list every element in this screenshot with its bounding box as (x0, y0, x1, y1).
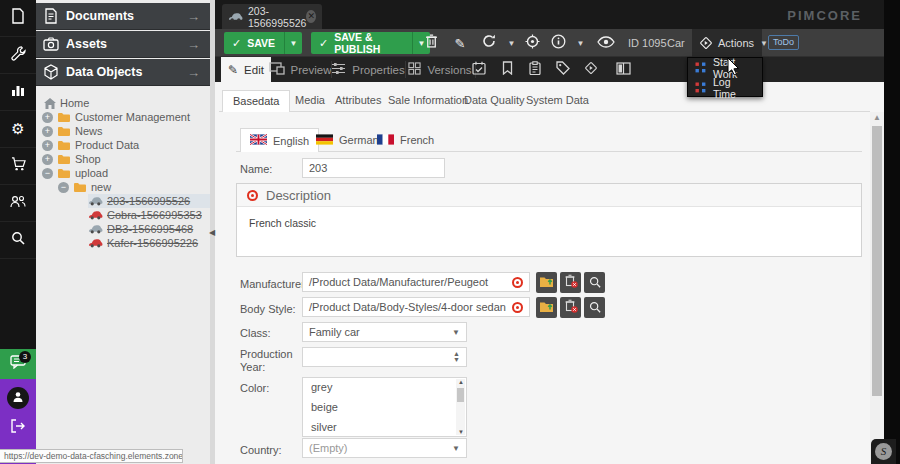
description-header[interactable]: Description (237, 184, 861, 207)
rail-documents-button[interactable] (0, 0, 36, 37)
tree-node-label: upload (75, 167, 108, 179)
object-type-label: Car (667, 37, 685, 49)
body-style-search-button[interactable] (584, 297, 605, 318)
color-option-beige[interactable]: beige (303, 398, 466, 418)
tree-node-news[interactable]: + News (42, 124, 103, 138)
info-button[interactable] (547, 32, 569, 54)
reload-button[interactable] (478, 32, 500, 54)
scroll-up-icon[interactable]: ▲ (458, 379, 464, 385)
rail-ecommerce-button[interactable] (0, 148, 36, 185)
tab-edit[interactable]: ✎ Edit (221, 57, 271, 82)
scroll-up-icon[interactable]: ▲ (873, 113, 881, 122)
rail-statistics-button[interactable] (0, 74, 36, 111)
expand-plus-icon[interactable]: + (42, 154, 53, 165)
schedule-button[interactable] (466, 57, 492, 82)
tree-node-new[interactable]: − new (58, 180, 111, 194)
manufacturer-relation-field[interactable]: /Product Data/Manufacturer/Peugeot (302, 272, 530, 292)
open-preview-button[interactable] (593, 32, 619, 54)
info-icon (551, 34, 566, 53)
delete-button[interactable] (420, 32, 442, 54)
rail-users-button[interactable] (0, 185, 36, 222)
notes-events-button[interactable] (522, 57, 548, 82)
color-multiselect[interactable]: grey beige silver ▲ ▼ (302, 377, 467, 437)
pimcore-admin-window: ⚙ 3 co Documents → (0, 0, 900, 464)
locate-in-tree-button[interactable] (521, 32, 543, 54)
rail-tools-button[interactable] (0, 37, 36, 74)
manufacturer-remove-button[interactable] (560, 272, 581, 293)
info-dropdown-button[interactable]: ▼ (573, 32, 588, 54)
color-option-silver[interactable]: silver (303, 418, 466, 438)
expand-plus-icon[interactable]: + (42, 126, 53, 137)
collapse-minus-icon[interactable]: − (42, 168, 53, 179)
menu-item-log-time[interactable]: Log Time (688, 78, 762, 98)
tab-system-data[interactable]: System Data (516, 90, 599, 112)
tab-basedata[interactable]: Basedata (222, 90, 290, 112)
tree-node-shop[interactable]: + Shop (42, 152, 101, 166)
color-option-grey[interactable]: grey (303, 378, 466, 398)
body-style-remove-button[interactable] (560, 297, 581, 318)
collapse-minus-icon[interactable]: − (58, 182, 69, 193)
flag-gb-icon (250, 134, 267, 147)
save-button[interactable]: ✓ SAVE (224, 32, 284, 54)
body-style-open-button[interactable] (536, 297, 557, 318)
country-select[interactable]: (Empty) ▼ (302, 438, 467, 458)
logout-button[interactable] (10, 419, 26, 437)
tree-node-home[interactable]: Home (44, 96, 89, 110)
bookmark-button[interactable] (494, 57, 520, 82)
save-publish-button[interactable]: ✓ SAVE & PUBLISH (311, 32, 412, 54)
body-style-relation-field[interactable]: /Product Data/Body-Styles/4-door sedan (302, 297, 530, 317)
tab-versions[interactable]: Versions (407, 57, 473, 82)
tab-properties[interactable]: Properties (333, 57, 403, 82)
expand-plus-icon[interactable]: + (42, 112, 53, 123)
expand-plus-icon[interactable]: + (42, 140, 53, 151)
accordion-assets[interactable]: Assets → (36, 31, 210, 58)
tags-button[interactable] (550, 57, 576, 82)
tree-node-customer-management[interactable]: + Customer Management (42, 110, 190, 124)
actions-menu-button[interactable]: Actions ▼ (692, 29, 762, 57)
check-icon: ✓ (319, 37, 328, 50)
tree-node-upload[interactable]: − upload (42, 166, 108, 180)
tree-node-label: 203-1566995526 (107, 195, 190, 207)
tree-node-203-selected[interactable]: 203-1566995526 (88, 194, 210, 208)
tree-node-product-data[interactable]: + Product Data (42, 138, 139, 152)
manufacturer-search-button[interactable] (584, 272, 605, 293)
reload-dropdown-button[interactable]: ▼ (504, 32, 519, 54)
tab-language-french[interactable]: French (368, 128, 443, 152)
tab-preview[interactable]: Preview (271, 57, 329, 82)
actions-label: Actions (718, 37, 754, 49)
accordion-data-objects[interactable]: Data Objects → (36, 59, 210, 86)
description-editor[interactable]: French classic (237, 207, 861, 239)
open-object-tab[interactable]: 203-1566995526 ✕ (222, 4, 322, 29)
close-tab-icon[interactable]: ✕ (306, 10, 316, 23)
rail-search-button[interactable] (0, 222, 36, 259)
tab-label: Edit (244, 64, 264, 76)
name-input[interactable] (302, 158, 445, 178)
field-reference-target-icon (512, 277, 523, 288)
list-scrollbar-thumb[interactable] (457, 388, 464, 402)
scroll-down-icon[interactable]: ▼ (458, 429, 464, 435)
workflow-button[interactable] (578, 57, 604, 82)
tree-node-cobra[interactable]: Cobra-1566995353 (88, 208, 202, 222)
panel-collapse-handle[interactable]: ◀ (209, 224, 216, 242)
rail-chat-button[interactable] (0, 349, 36, 379)
manufacturer-open-button[interactable] (536, 272, 557, 293)
menu-item-start-work[interactable]: Start Work (688, 58, 762, 78)
status-url-tooltip: https://dev-demo-data-cfasching.elements… (0, 449, 183, 463)
split-view-button[interactable] (610, 57, 636, 82)
content-scrollbar-thumb[interactable] (872, 126, 882, 396)
rail-settings-button[interactable]: ⚙ (0, 111, 36, 148)
class-select[interactable]: Family car ▼ (302, 322, 467, 342)
tree-node-db3[interactable]: DB3-1566995468 (88, 222, 193, 236)
user-avatar[interactable] (7, 387, 29, 409)
spinner-arrows[interactable]: ▲▼ (453, 351, 460, 363)
branding-swirl-button[interactable]: S (871, 439, 896, 464)
manufacturer-label: Manufacturer: (240, 278, 308, 290)
accordion-documents[interactable]: Documents → (36, 3, 210, 30)
versions-grid-icon (408, 62, 421, 77)
save-dropdown-button[interactable]: ▼ (284, 32, 302, 54)
tree-node-kafer[interactable]: Kafer-1566995226 (88, 236, 198, 250)
rename-button[interactable]: ✎ (449, 32, 471, 54)
production-year-spinner[interactable]: ▲▼ (302, 347, 467, 367)
workflow-diamond-icon (699, 36, 713, 50)
tab-label: Attributes (335, 94, 381, 106)
